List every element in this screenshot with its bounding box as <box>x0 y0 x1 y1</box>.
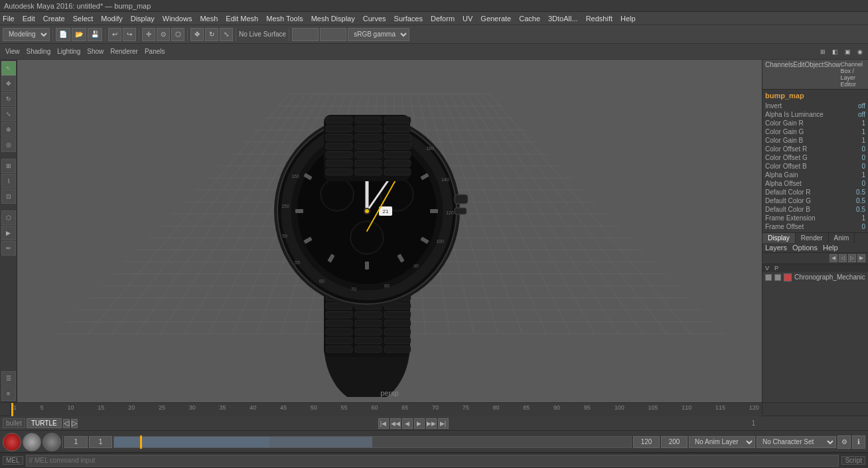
goto-start-btn[interactable]: |◀ <box>378 418 389 429</box>
help-menu[interactable]: Help <box>823 244 838 252</box>
prev-frame-btn[interactable]: ◁ <box>63 419 70 428</box>
turtle-label[interactable]: TURTLE <box>27 418 62 428</box>
menu-file[interactable]: File <box>3 15 15 23</box>
goto-end-btn[interactable]: ▶| <box>438 418 449 429</box>
menu-surfaces[interactable]: Surfaces <box>394 15 423 23</box>
shaded-btn[interactable]: ◉ <box>855 46 865 58</box>
play-forward-btn[interactable]: ▶ <box>414 418 425 429</box>
total-end-input[interactable] <box>661 436 687 448</box>
cb-edit[interactable]: Edit <box>793 61 804 88</box>
move-btn[interactable]: ✥ <box>190 28 204 41</box>
redo-btn[interactable]: ↪ <box>123 28 136 41</box>
menu-mesh-tools[interactable]: Mesh Tools <box>266 15 303 23</box>
mode-dropdown[interactable]: Modeling <box>3 28 50 41</box>
renderer-menu-btn[interactable]: Renderer <box>108 46 141 58</box>
menu-3dtall[interactable]: 3DtoAll... <box>548 15 578 23</box>
prev-key-btn[interactable]: ◀◀ <box>390 418 401 429</box>
menu-generate[interactable]: Generate <box>480 15 511 23</box>
paint-btn2[interactable]: ✏ <box>1 241 16 256</box>
shading-menu-btn[interactable]: Shading <box>24 46 54 58</box>
tab-render[interactable]: Render <box>796 233 829 243</box>
rotate-btn[interactable]: ↻ <box>205 28 218 41</box>
value1-input[interactable]: 0.00 <box>292 28 319 41</box>
menu-mesh[interactable]: Mesh <box>200 15 218 23</box>
layer-vis-toggle[interactable] <box>765 274 772 281</box>
step-back-btn[interactable]: ◀ <box>402 418 413 429</box>
lasso-btn[interactable]: ⊙ <box>157 28 170 41</box>
menu-redshift[interactable]: Redshift <box>586 15 613 23</box>
open-btn[interactable]: 📂 <box>72 28 86 41</box>
snap-grid-btn[interactable]: ⊞ <box>1 159 16 173</box>
snap-curve-btn[interactable]: ⌇ <box>1 174 16 189</box>
menu-curves[interactable]: Curves <box>363 15 386 23</box>
layer-p-toggle[interactable] <box>774 274 781 281</box>
scroll-next-btn[interactable]: ▷ <box>848 254 856 262</box>
scroll-left-btn[interactable]: ◀ <box>830 254 837 262</box>
menu-create[interactable]: Create <box>43 15 65 23</box>
tab-display[interactable]: Display <box>762 233 796 243</box>
cb-show[interactable]: Show <box>824 61 840 88</box>
menu-cache[interactable]: Cache <box>519 15 540 23</box>
settings-btn[interactable]: ☰ <box>1 371 16 386</box>
cam-fit-btn[interactable]: ⊞ <box>818 46 828 58</box>
toggle-btn[interactable]: ▣ <box>842 46 853 58</box>
menu-edit[interactable]: Edit <box>23 15 35 23</box>
menu-select[interactable]: Select <box>73 15 94 23</box>
save-btn[interactable]: 💾 <box>88 28 102 41</box>
poly-btn[interactable]: ⬡ <box>1 210 16 225</box>
kf-icon-red[interactable] <box>3 433 21 451</box>
move-tool-btn[interactable]: ✥ <box>1 76 16 91</box>
menu-help[interactable]: Help <box>620 15 636 23</box>
menu-windows[interactable]: Windows <box>163 15 192 23</box>
panels-menu-btn[interactable]: Panels <box>142 46 168 58</box>
tab-anim[interactable]: Anim <box>829 233 855 243</box>
cb-channels[interactable]: Channels <box>765 61 793 88</box>
scroll-prev-btn[interactable]: ◁ <box>839 254 847 262</box>
paint-btn[interactable]: ⬡ <box>171 28 184 41</box>
kf-icon-dark[interactable] <box>42 433 61 451</box>
new-btn[interactable]: 📄 <box>56 28 70 41</box>
next-frame-btn[interactable]: ▷ <box>71 419 78 428</box>
cb-object[interactable]: Object <box>805 61 824 88</box>
scale-btn[interactable]: ⤡ <box>220 28 233 41</box>
keyframe-range-bar[interactable] <box>113 436 632 448</box>
scroll-right-btn[interactable]: ▶ <box>857 254 865 262</box>
timeline-playhead[interactable] <box>11 403 13 416</box>
menu-edit-mesh[interactable]: Edit Mesh <box>226 15 258 23</box>
timeline-ruler[interactable]: 1 5 10 15 20 25 30 35 40 45 50 55 60 65 … <box>11 403 762 416</box>
menu-deform[interactable]: Deform <box>431 15 455 23</box>
current-frame-input[interactable] <box>89 436 112 448</box>
range-start-input[interactable] <box>64 436 88 448</box>
channel-btn[interactable]: ≡ <box>1 386 16 401</box>
select-btn[interactable]: ✛ <box>142 28 155 41</box>
transform-tool-btn[interactable]: ⊕ <box>1 122 16 137</box>
value2-input[interactable]: 1.00 <box>320 28 346 41</box>
view-menu-btn[interactable]: View <box>3 46 23 58</box>
soft-select-btn[interactable]: ◎ <box>1 137 16 152</box>
anim-layer-dropdown[interactable]: No Anim Layer <box>689 436 755 448</box>
script-btn[interactable]: Script <box>841 456 865 465</box>
layers-menu[interactable]: Layers <box>765 244 787 252</box>
anim-info-btn[interactable]: ℹ <box>852 435 865 449</box>
show-menu-btn[interactable]: Show <box>84 46 106 58</box>
step-fwd-btn[interactable]: ▶▶ <box>426 418 437 429</box>
menu-uv[interactable]: UV <box>463 15 472 23</box>
select-tool-btn[interactable]: ↖ <box>1 61 16 76</box>
kf-icon-gray[interactable] <box>23 433 41 451</box>
isolate-btn[interactable]: ◧ <box>830 46 841 58</box>
anim-settings-btn[interactable]: ⚙ <box>837 435 851 449</box>
menu-modify[interactable]: Modify <box>101 15 122 23</box>
color-space-dropdown[interactable]: sRGB gamma <box>348 28 409 41</box>
snap-point-btn[interactable]: ⊡ <box>1 189 16 204</box>
mel-label[interactable]: MEL <box>3 456 23 465</box>
character-set-dropdown[interactable]: No Character Set <box>757 436 836 448</box>
undo-btn[interactable]: ↩ <box>108 28 121 41</box>
mel-input[interactable] <box>26 455 839 467</box>
range-end-input[interactable] <box>633 436 660 448</box>
rotate-tool-btn[interactable]: ↻ <box>1 92 16 106</box>
lighting-menu-btn[interactable]: Lighting <box>54 46 83 58</box>
menu-display[interactable]: Display <box>131 15 155 23</box>
render-btn[interactable]: ▶ <box>1 226 16 240</box>
scale-tool-btn[interactable]: ⤡ <box>1 107 16 121</box>
options-menu[interactable]: Options <box>792 244 818 252</box>
